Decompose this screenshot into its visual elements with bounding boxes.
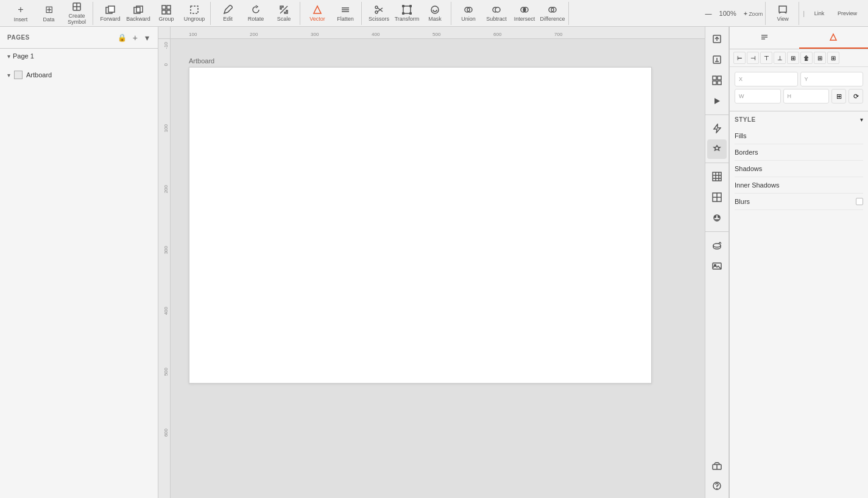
x-input[interactable] [744,75,793,83]
artboard-canvas[interactable] [189,67,652,384]
canvas-lightning-button[interactable] [707,119,727,138]
canvas-export-button[interactable] [707,50,727,69]
canvas-components-button[interactable] [707,139,727,159]
flatten-button[interactable]: Flatten [332,2,359,25]
ratio-lock-button[interactable]: ⊞ [831,89,846,103]
link-label: Link [814,10,825,16]
intersect-label: Intersect [514,16,535,22]
backward-button[interactable]: Backward [125,2,152,25]
transform-label: Transform [395,16,420,22]
union-label: Union [461,16,476,22]
subtract-button[interactable]: Subtract [483,2,510,25]
vector-button[interactable]: Vector [304,2,331,25]
ruler-v-tick-500: 500 [163,368,169,376]
add-page-button[interactable]: + [132,32,139,44]
align-right-button[interactable]: ⊣ [747,52,759,64]
rotate-label: Rotate [248,16,264,22]
link-button[interactable]: Link [806,2,833,25]
mask-button[interactable]: Mask [422,2,448,25]
canvas-area[interactable]: 100 200 300 400 500 600 700 -10 0 100 20… [158,27,705,498]
x-field[interactable]: X [735,72,798,86]
w-input[interactable] [746,93,777,100]
canvas-gift-button[interactable] [707,455,727,475]
align-left-button[interactable]: ⊢ [733,52,746,64]
canvas-grid-button[interactable] [707,167,727,186]
distribute-h-button[interactable]: ⊞ [814,52,826,64]
ruler-v-tick-300: 300 [163,246,169,254]
svg-rect-4 [108,6,115,12]
borders-row[interactable]: Borders [735,144,863,161]
align-bottom-button[interactable]: ⊥ [774,52,786,64]
ruler-h-tick-100: 100 [189,32,197,37]
union-button[interactable]: Union [455,2,482,25]
style-dropdown[interactable]: ▾ [860,116,863,123]
blurs-checkbox[interactable] [856,198,863,205]
ruler-horizontal: 100 200 300 400 500 600 700 [171,27,705,39]
pages-title: PAGES [7,34,30,41]
shadows-row[interactable]: Shadows [735,161,863,177]
y-label: Y [805,76,808,82]
difference-button[interactable]: Difference [539,2,566,25]
h-field[interactable]: H [783,89,830,103]
page-1-item[interactable]: ▾ Page 1 [0,49,158,63]
edit-group: Edit Rotate Scale [212,2,300,25]
canvas-grid2-button[interactable] [707,188,727,207]
rotate-field[interactable]: ⟳ [849,89,863,103]
w-field[interactable]: W [735,89,781,103]
style-title: STYLE [735,116,756,123]
h-input[interactable] [792,93,825,100]
rotate-button[interactable]: Rotate [242,2,269,25]
blurs-row[interactable]: Blurs [735,194,863,210]
blurs-label: Blurs [735,198,750,205]
ungroup-button[interactable]: Ungroup [181,2,208,25]
ruler-v-tick-600: 600 [163,429,169,437]
ruler-v-tick-neg10: -10 [163,42,169,49]
forward-button[interactable]: Forward [97,2,124,25]
tab-align[interactable] [730,27,799,49]
svg-point-16 [375,6,378,9]
coords-section: X Y W H ⊞ ⟳ [730,67,868,111]
scissors-button[interactable]: Scissors [365,2,392,25]
svg-rect-45 [718,81,721,85]
right-icon-bar [705,27,729,498]
artboard-layer-item[interactable]: ▾ Artboard [0,68,158,82]
align-top-button[interactable]: ⊤ [760,52,772,64]
insert-button[interactable]: + Insert [7,2,34,25]
fills-row[interactable]: Fills [735,128,863,144]
ruler-v-tick-100: 100 [163,124,169,132]
ruler-v-tick-400: 400 [163,307,169,315]
data-button[interactable]: ⊞ Data [35,2,62,25]
align-hcenter-button[interactable]: ⊞ [787,52,799,64]
canvas-image-button[interactable] [707,256,727,276]
edit-label: Edit [223,16,233,22]
y-input[interactable] [810,75,859,83]
svg-point-23 [403,12,404,14]
intersect-button[interactable]: Intersect [511,2,538,25]
artboard-layer-name: Artboard [26,71,52,79]
zoom-value[interactable]: 100% [715,2,741,25]
preview-button[interactable]: Preview [834,2,861,25]
pages-dropdown-button[interactable]: ▾ [144,32,150,44]
transform-button[interactable]: Transform [393,2,420,25]
tab-style[interactable] [799,27,869,49]
lock-icon: 🔒 [118,33,127,42]
ruler-vertical: -10 0 100 200 300 400 500 600 [158,39,171,498]
canvas-paint-button[interactable] [707,208,727,228]
group-button[interactable]: Group [153,2,180,25]
style-header: STYLE ▾ [735,116,863,123]
edit-button[interactable]: Edit [214,2,241,25]
arrange-group: Forward Backward Group Ungroup [94,2,211,25]
canvas-upload-button[interactable] [707,29,727,49]
inner-shadows-row[interactable]: Inner Shadows [735,177,863,194]
distribute-v-button[interactable]: ⊞ [827,52,839,64]
y-field[interactable]: Y [800,72,864,86]
canvas-rotate3d-button[interactable] [707,236,727,255]
svg-rect-11 [191,6,198,13]
delete-button[interactable]: 🗑 [800,52,813,64]
create-symbol-button[interactable]: Create Symbol [63,2,90,25]
canvas-help-button[interactable] [707,476,727,496]
canvas-play-button[interactable] [707,91,727,111]
view-button[interactable]: View [769,2,796,25]
canvas-fit-button[interactable] [707,71,727,90]
scale-button[interactable]: Scale [270,2,297,25]
